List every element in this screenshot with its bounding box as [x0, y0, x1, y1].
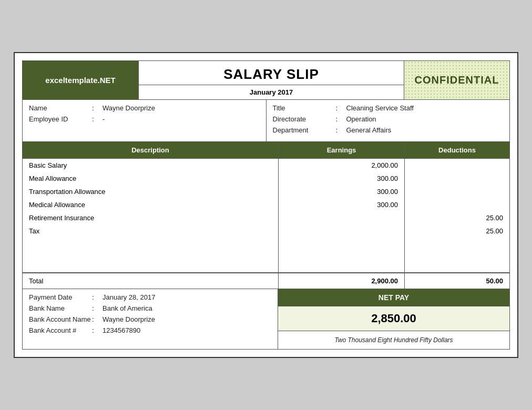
table-row: Medical Allowance 300.00 [23, 198, 509, 211]
info-row-department: Department : General Affairs [273, 126, 504, 134]
row-earnings-basic-salary: 2,000.00 [278, 159, 404, 172]
bank-name-value: Bank of America [103, 304, 152, 312]
salary-rows: Basic Salary 2,000.00 Meal Allowance 300… [22, 159, 510, 273]
payment-date-label: Payment Date [29, 293, 92, 301]
employee-info: Name : Wayne Doorprize Employee ID : - T… [22, 100, 510, 142]
total-label: Total [23, 273, 278, 289]
row-deductions-tax: 25.00 [404, 224, 509, 238]
name-value: Wayne Doorprize [103, 104, 155, 112]
net-pay-header: NET PAY [278, 289, 509, 306]
row-earnings-transportation: 300.00 [278, 185, 404, 198]
table-row: Meal Allowance 300.00 [23, 172, 509, 185]
row-desc-transportation: Transportation Allowance [23, 185, 278, 198]
total-deductions: 50.00 [404, 273, 509, 289]
department-colon: : [336, 126, 346, 134]
bank-account-name-row: Bank Account Name : Wayne Doorprize [29, 315, 271, 323]
row-deductions-basic-salary [404, 159, 509, 172]
directorate-label: Directorate [273, 115, 336, 123]
header-description: Description [23, 142, 278, 158]
row-earnings-retirement [278, 211, 404, 224]
table-row: Basic Salary 2,000.00 [23, 159, 509, 172]
table-row: Retirement Insurance 25.00 [23, 211, 509, 224]
row-earnings-meal-allowance: 300.00 [278, 172, 404, 185]
table-row: Transportation Allowance 300.00 [23, 185, 509, 198]
row-desc-retirement: Retirement Insurance [23, 211, 278, 224]
employee-id-label: Employee ID [29, 115, 92, 123]
employee-id-colon: : [92, 115, 103, 123]
salary-slip-page: exceltemplate.NET SALARY SLIP January 20… [14, 52, 518, 358]
name-label: Name [29, 104, 92, 112]
row-desc-medical: Medical Allowance [23, 198, 278, 211]
table-row-empty-3 [23, 261, 509, 272]
header-center: SALARY SLIP January 2017 [138, 61, 404, 99]
table-row: Tax 25.00 [23, 224, 509, 238]
row-deductions-meal-allowance [404, 172, 509, 185]
total-earnings: 2,900.00 [278, 273, 404, 289]
title-label: Title [273, 104, 336, 112]
table-header: Description Earnings Deductions [22, 142, 510, 159]
bank-name-row: Bank Name : Bank of America [29, 304, 271, 312]
header-deductions: Deductions [404, 142, 509, 158]
payment-date-value: January 28, 2017 [103, 293, 155, 301]
info-row-name: Name : Wayne Doorprize [29, 104, 260, 112]
total-row: Total 2,900.00 50.00 [22, 273, 510, 289]
department-label: Department [273, 126, 336, 134]
header-earnings: Earnings [278, 142, 404, 158]
row-desc-basic-salary: Basic Salary [23, 159, 278, 172]
header: exceltemplate.NET SALARY SLIP January 20… [22, 60, 510, 100]
info-row-employee-id: Employee ID : - [29, 115, 260, 123]
name-colon: : [92, 104, 103, 112]
net-pay-section: NET PAY 2,850.00 Two Thousand Eight Hund… [278, 289, 509, 349]
employee-id-value: - [103, 115, 105, 123]
bank-account-num-row: Bank Account # : 1234567890 [29, 326, 271, 334]
table-row-empty-1 [23, 238, 509, 249]
bank-account-name-value: Wayne Doorprize [103, 315, 155, 323]
directorate-colon: : [336, 115, 346, 123]
row-earnings-medical: 300.00 [278, 198, 404, 211]
bank-account-num-label: Bank Account # [29, 326, 92, 334]
directorate-value: Operation [346, 115, 376, 123]
bank-name-label: Bank Name [29, 304, 92, 312]
logo: exceltemplate.NET [23, 61, 138, 99]
info-row-directorate: Directorate : Operation [273, 115, 504, 123]
payment-info: Payment Date : January 28, 2017 Bank Nam… [23, 289, 278, 349]
employee-info-right: Title : Cleaning Service Staff Directora… [266, 100, 510, 141]
date: January 2017 [139, 85, 404, 99]
row-deductions-medical [404, 198, 509, 211]
title: SALARY SLIP [139, 61, 404, 85]
title-value: Cleaning Service Staff [346, 104, 414, 112]
row-earnings-tax [278, 224, 404, 238]
employee-info-left: Name : Wayne Doorprize Employee ID : - [23, 100, 266, 141]
confidential-badge: CONFIDENTIAL [404, 61, 509, 99]
payment-date-row: Payment Date : January 28, 2017 [29, 293, 271, 301]
row-deductions-transportation [404, 185, 509, 198]
table-row-empty-2 [23, 249, 509, 261]
bank-account-name-label: Bank Account Name [29, 315, 92, 323]
info-row-title: Title : Cleaning Service Staff [273, 104, 504, 112]
row-desc-meal-allowance: Meal Allowance [23, 172, 278, 185]
row-deductions-retirement: 25.00 [404, 211, 509, 224]
title-colon: : [336, 104, 346, 112]
row-desc-tax: Tax [23, 224, 278, 238]
net-pay-amount: 2,850.00 [278, 306, 509, 331]
bank-account-num-value: 1234567890 [103, 326, 140, 334]
department-value: General Affairs [346, 126, 392, 134]
net-pay-words: Two Thousand Eight Hundred Fifty Dollars [278, 331, 509, 349]
bottom-section: Payment Date : January 28, 2017 Bank Nam… [22, 289, 510, 350]
